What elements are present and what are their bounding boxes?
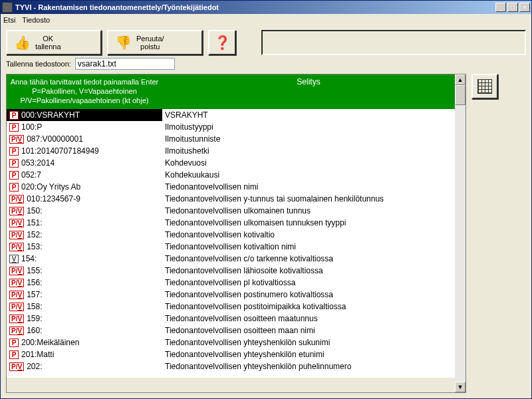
save-filename-input[interactable]: [75, 58, 175, 70]
scroll-up-button[interactable]: ▲: [455, 74, 466, 85]
row-code: 156:: [27, 278, 42, 287]
table-row[interactable]: P/V151:Tiedonantovelvollisen ulkomaisen …: [7, 217, 455, 229]
close-button[interactable]: ×: [519, 3, 530, 12]
mandatory-tag: P/V: [9, 291, 24, 299]
row-code-cell[interactable]: V154:: [7, 253, 162, 265]
row-desc-cell: Kohdevuosi: [162, 157, 455, 169]
table-row[interactable]: P000:VSRAKYHTVSRAKYHT: [7, 109, 455, 121]
grid-header: Anna tähän tarvittavat tiedot painamalla…: [7, 74, 455, 109]
row-code: 151:: [27, 218, 42, 227]
app-icon: [2, 2, 13, 13]
row-code-cell[interactable]: P/V150:: [7, 205, 162, 217]
row-code-cell[interactable]: P/V087:V00000001: [7, 133, 162, 145]
row-code-cell[interactable]: P/V010:1234567-9: [7, 193, 162, 205]
cancel-button[interactable]: Peruuta/ poistu: [107, 30, 203, 55]
status-box: [261, 30, 526, 55]
row-desc-cell: Tiedonantovelvollisen kotivaltion nimi: [162, 241, 455, 253]
mandatory-tag: P: [9, 350, 19, 359]
row-code: 159:: [27, 314, 42, 323]
mandatory-tag: V: [9, 255, 19, 263]
row-code-cell[interactable]: P/V155:: [7, 265, 162, 277]
scroll-thumb[interactable]: [455, 85, 466, 105]
table-row[interactable]: P/V157:Tiedonantovelvollisen postinumero…: [7, 289, 455, 301]
row-code-cell[interactable]: P/V153:: [7, 241, 162, 253]
row-code: 202:: [27, 362, 42, 371]
row-desc-cell: Tiedonantovelvollisen yhteyshenkilön etu…: [162, 348, 455, 360]
row-code-cell[interactable]: P000:VSRAKYHT: [7, 109, 162, 121]
row-code: 152:: [27, 230, 42, 239]
row-code-cell[interactable]: P100:P: [7, 121, 162, 133]
grid-view-button[interactable]: [471, 74, 498, 99]
table-row[interactable]: P100:PIlmoitustyyppi: [7, 121, 455, 133]
table-row[interactable]: P/V155:Tiedonantovelvollisen lähiosoite …: [7, 265, 455, 277]
row-code: 160:: [27, 326, 42, 335]
row-code: 000:VSRAKYHT: [21, 110, 80, 120]
row-code: 100:P: [21, 122, 42, 132]
table-row[interactable]: P/V153:Tiedonantovelvollisen kotivaltion…: [7, 241, 455, 253]
data-grid[interactable]: Anna tähän tarvittavat tiedot painamalla…: [7, 74, 455, 378]
vertical-scrollbar[interactable]: ▲ ▼: [455, 74, 466, 392]
mandatory-tag: P: [9, 111, 19, 120]
row-code-cell[interactable]: P052:7: [7, 169, 162, 181]
table-row[interactable]: P/V010:1234567-9Tiedonantovelvollisen y-…: [7, 193, 455, 205]
scroll-down-button[interactable]: ▼: [455, 382, 466, 392]
row-code-cell[interactable]: P201:Matti: [7, 348, 162, 360]
titlebar: TYVI - Rakentamisen tiedonantomenettely/…: [1, 1, 531, 14]
row-code: 200:Meikäläinen: [21, 338, 79, 347]
minimize-button[interactable]: _: [495, 3, 506, 12]
row-code-cell[interactable]: P/V160:: [7, 325, 162, 336]
mandatory-tag: P/V: [9, 231, 24, 239]
grid-wrap: Anna tähän tarvittavat tiedot painamalla…: [6, 74, 466, 393]
table-row[interactable]: P052:7Kohdekuukausi: [7, 169, 455, 181]
row-code: 052:7: [21, 170, 41, 180]
row-code-cell[interactable]: P/V157:: [7, 289, 162, 301]
mandatory-tag: P: [9, 147, 19, 156]
table-row[interactable]: P/V087:V00000001Ilmoitustunniste: [7, 133, 455, 145]
table-row[interactable]: P/V159:Tiedonantovelvollisen osoitteen m…: [7, 313, 455, 325]
menubar: Etsi Tiedosto: [1, 14, 531, 26]
mandatory-tag: P: [9, 159, 19, 168]
table-row[interactable]: P101:20140707184949Ilmoitushetki: [7, 145, 455, 157]
help-button[interactable]: [208, 30, 236, 55]
maximize-button[interactable]: □: [507, 3, 518, 12]
row-desc-cell: Tiedonantovelvollisen c/o tarkenne kotiv…: [162, 253, 455, 265]
cancel-label: Peruuta/ poistu: [136, 35, 164, 51]
ok-save-button[interactable]: OK tallenna: [6, 30, 102, 55]
row-desc-cell: Tiedonantovelvollisen nimi: [162, 181, 455, 193]
mandatory-tag: P: [9, 183, 19, 192]
row-code: 010:1234567-9: [27, 194, 80, 203]
table-row[interactable]: P/V156:Tiedonantovelvollisen pl kotivalt…: [7, 277, 455, 289]
mandatory-tag: P: [9, 338, 19, 347]
row-code-cell[interactable]: P/V156:: [7, 277, 162, 289]
menu-file[interactable]: Tiedosto: [22, 16, 50, 24]
grid-header-col2: Selitys: [162, 74, 455, 109]
table-row[interactable]: P200:MeikäläinenTiedonantovelvollisen yh…: [7, 336, 455, 348]
save-row: Tallenna tiedostoon:: [1, 58, 531, 74]
row-code-cell[interactable]: P020:Oy Yritys Ab: [7, 181, 162, 193]
row-code-cell[interactable]: P101:20140707184949: [7, 145, 162, 157]
table-row[interactable]: P020:Oy Yritys AbTiedonantovelvollisen n…: [7, 181, 455, 193]
grid-header-col1: Anna tähän tarvittavat tiedot painamalla…: [7, 74, 162, 109]
row-code-cell[interactable]: P/V152:: [7, 229, 162, 241]
question-icon: [214, 33, 231, 52]
table-row[interactable]: P201:MattiTiedonantovelvollisen yhteyshe…: [7, 348, 455, 360]
row-code-cell[interactable]: P/V202:: [7, 360, 162, 372]
app-window: TYVI - Rakentamisen tiedonantomenettely/…: [0, 0, 532, 399]
row-code-cell[interactable]: P/V151:: [7, 217, 162, 229]
row-code-cell[interactable]: P/V158:: [7, 301, 162, 313]
row-desc-cell: Tiedonantovelvollisen lähiosoite kotival…: [162, 265, 455, 277]
table-row[interactable]: P/V160:Tiedonantovelvollisen osoitteen m…: [7, 325, 455, 336]
table-row[interactable]: P/V152:Tiedonantovelvollisen kotivaltio: [7, 229, 455, 241]
table-row[interactable]: P/V158:Tiedonantovelvollisen postitoimip…: [7, 301, 455, 313]
table-row[interactable]: V154:Tiedonantovelvollisen c/o tarkenne …: [7, 253, 455, 265]
row-code-cell[interactable]: P053:2014: [7, 157, 162, 169]
table-row[interactable]: P/V150:Tiedonantovelvollisen ulkomainen …: [7, 205, 455, 217]
table-row[interactable]: P053:2014Kohdevuosi: [7, 157, 455, 169]
row-code-cell[interactable]: P/V159:: [7, 313, 162, 325]
menu-find[interactable]: Etsi: [3, 16, 15, 24]
mandatory-tag: P/V: [9, 315, 24, 323]
table-row[interactable]: P/V202:Tiedonantovelvollisen yhteyshenki…: [7, 360, 455, 372]
row-code-cell[interactable]: P200:Meikäläinen: [7, 336, 162, 348]
scroll-track[interactable]: [455, 105, 466, 382]
side-panel: [471, 74, 498, 393]
